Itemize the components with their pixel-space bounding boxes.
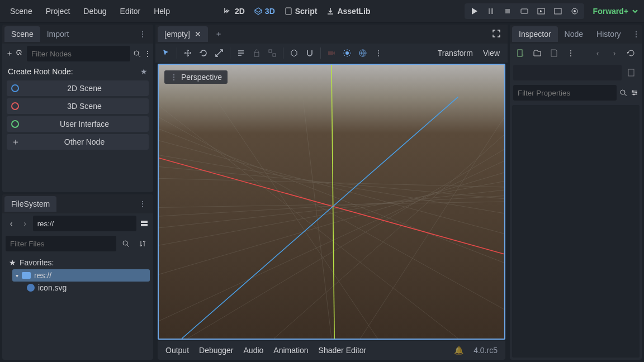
distraction-free-toggle[interactable]	[487, 27, 505, 42]
star-icon: ★	[9, 258, 16, 267]
path-input[interactable]	[33, 216, 136, 231]
create-3d-scene[interactable]: 3D Scene	[7, 98, 149, 114]
bottom-animation[interactable]: Animation	[273, 346, 308, 355]
viewport-3d[interactable]: ⋮ Perspective	[158, 64, 505, 340]
svg-rect-10	[141, 221, 148, 223]
viewport-menu[interactable]: ⋮	[371, 46, 386, 60]
fs-root-res[interactable]: ▾ res://	[12, 269, 150, 282]
play-custom-scene-button[interactable]	[550, 5, 566, 17]
history-back[interactable]: ‹	[590, 46, 605, 60]
close-tab-icon[interactable]: ✕	[195, 30, 201, 39]
scene-panel-menu[interactable]: ⋮	[134, 27, 151, 41]
run-remote-button[interactable]	[517, 5, 532, 17]
new-resource-button[interactable]: +	[513, 46, 528, 60]
transform-menu[interactable]: Transform	[433, 46, 477, 60]
svg-point-46	[633, 94, 635, 96]
tab-inspector[interactable]: Inspector	[512, 26, 558, 42]
tab-history[interactable]: History	[590, 26, 628, 42]
group-tool[interactable]	[265, 46, 280, 60]
bottom-output[interactable]: Output	[165, 346, 189, 355]
filter-nodes-input[interactable]	[27, 46, 130, 61]
save-resource-button[interactable]	[547, 46, 561, 60]
tab-scene[interactable]: Scene	[4, 26, 40, 42]
renderer-dropdown[interactable]: Forward+	[593, 7, 640, 16]
version-label[interactable]: 4.0.rc5	[473, 346, 498, 355]
search-icon[interactable]	[132, 46, 141, 61]
tab-node[interactable]: Node	[558, 26, 590, 42]
play-button[interactable]	[466, 5, 482, 17]
folder-icon	[22, 272, 31, 279]
pause-button[interactable]	[483, 5, 499, 17]
node3d-icon	[11, 102, 19, 110]
add-node-button[interactable]: ＋	[6, 46, 13, 61]
sun-toggle[interactable]	[340, 46, 354, 60]
history-forward[interactable]: ›	[607, 46, 622, 60]
notification-icon[interactable]: 🔔	[454, 346, 463, 355]
menu-help[interactable]: Help	[148, 4, 176, 18]
load-resource-button[interactable]	[530, 46, 544, 60]
bottom-shader-editor[interactable]: Shader Editor	[319, 346, 367, 355]
list-select-tool[interactable]	[234, 46, 248, 60]
nav-forward[interactable]: ›	[19, 216, 30, 231]
resource-path-input[interactable]	[513, 65, 622, 80]
grip-icon: ⋮	[170, 73, 178, 82]
svg-text:+: +	[522, 53, 524, 58]
play-scene-button[interactable]	[533, 5, 549, 17]
filter-properties-input[interactable]	[513, 85, 617, 101]
workspace-2d[interactable]: 2D	[224, 7, 245, 16]
svg-rect-4	[521, 9, 528, 13]
snap-toggle[interactable]	[302, 46, 317, 60]
rotate-tool[interactable]	[196, 46, 211, 60]
toggle-split-mode[interactable]	[139, 216, 150, 231]
nav-back[interactable]: ‹	[6, 216, 17, 231]
local-space-toggle[interactable]	[287, 46, 301, 60]
movie-maker-button[interactable]	[567, 5, 583, 17]
inspector-extra-menu[interactable]: ⋮	[564, 46, 578, 60]
svg-rect-16	[328, 51, 333, 55]
bottom-audio[interactable]: Audio	[244, 346, 264, 355]
instantiate-scene-button[interactable]	[16, 46, 25, 61]
play-controls	[465, 3, 584, 19]
menu-editor[interactable]: Editor	[115, 4, 146, 18]
select-tool[interactable]	[159, 46, 173, 60]
menu-debug[interactable]: Debug	[78, 4, 112, 18]
fs-file-icon-svg[interactable]: icon.svg	[23, 282, 150, 294]
create-ui-scene[interactable]: User Interface	[7, 116, 149, 132]
property-settings-button[interactable]	[630, 85, 639, 100]
add-scene-tab[interactable]: ＋	[208, 26, 229, 42]
favorites-row: ★ Favorites:	[6, 256, 150, 269]
lock-tool[interactable]	[249, 46, 264, 60]
filesystem-panel-menu[interactable]: ⋮	[134, 197, 151, 211]
scale-tool[interactable]	[212, 46, 226, 60]
filter-search-icon[interactable]	[119, 236, 133, 251]
sort-button[interactable]	[135, 236, 150, 251]
move-tool[interactable]	[181, 46, 195, 60]
svg-rect-1	[489, 8, 490, 14]
perspective-menu[interactable]: ⋮ Perspective	[164, 70, 228, 84]
manage-object-button[interactable]	[624, 65, 638, 80]
create-2d-scene[interactable]: 2D Scene	[7, 80, 149, 96]
chevron-down-icon	[631, 7, 640, 16]
camera-override[interactable]	[324, 46, 339, 60]
inspector-panel-menu[interactable]: ⋮	[628, 27, 642, 41]
filter-files-input[interactable]	[6, 236, 116, 251]
workspace-3d-icon	[254, 7, 263, 16]
workspace-3d[interactable]: 3D	[254, 7, 275, 16]
environment-toggle[interactable]	[356, 46, 370, 60]
favorite-icon[interactable]: ★	[140, 67, 148, 76]
workspace-assetlib[interactable]: AssetLib	[326, 7, 370, 16]
tab-import[interactable]: Import	[40, 26, 76, 42]
workspace-script[interactable]: Script	[284, 7, 318, 16]
svg-line-31	[159, 106, 458, 339]
stop-button[interactable]	[500, 5, 515, 17]
scene-tab-empty[interactable]: [empty] ✕	[158, 26, 208, 42]
history-menu[interactable]	[624, 46, 638, 60]
scene-tree-menu[interactable]: ⋮	[144, 46, 151, 61]
tab-filesystem[interactable]: FileSystem	[4, 196, 56, 212]
menu-scene[interactable]: Scene	[4, 4, 38, 18]
menu-project[interactable]: Project	[40, 4, 76, 18]
create-other-node[interactable]: ＋Other Node	[7, 134, 149, 150]
filter-props-search-icon[interactable]	[619, 85, 628, 100]
view-menu[interactable]: View	[479, 46, 504, 60]
bottom-debugger[interactable]: Debugger	[199, 346, 234, 355]
